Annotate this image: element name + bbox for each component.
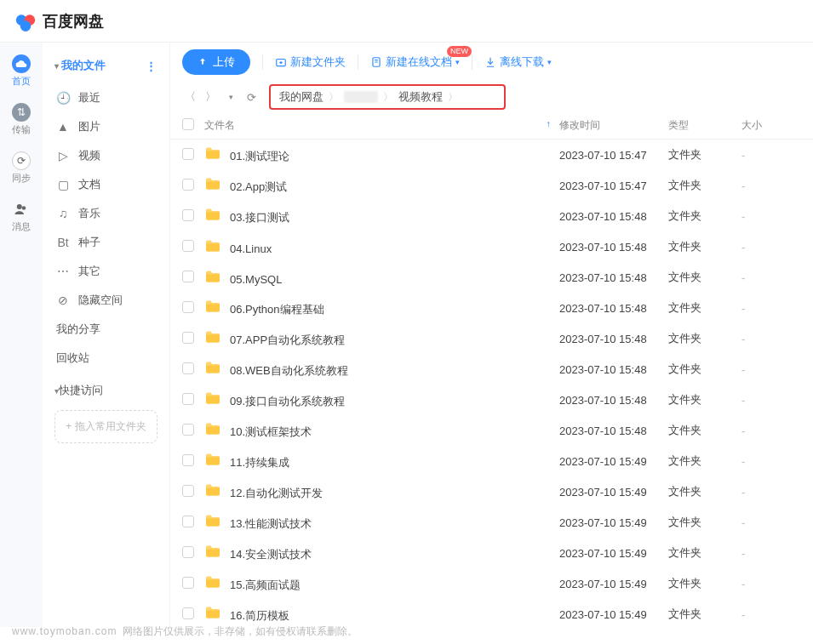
breadcrumb-redacted[interactable]	[344, 91, 378, 103]
table-row[interactable]: 16.简历模板2023-07-10 15:49文件夹-	[170, 599, 813, 627]
sidebar-item[interactable]: ▢文档	[48, 170, 164, 199]
file-size-cell: -	[741, 394, 801, 407]
more-icon[interactable]: ⋮	[146, 60, 157, 72]
folder-icon	[204, 575, 221, 589]
navrail-home[interactable]: 首页	[12, 54, 31, 88]
new-online-doc-button[interactable]: 新建在线文档 ▾ NEW	[370, 54, 460, 70]
sidebar-quick-access-header[interactable]: ▾ 快捷访问	[48, 373, 164, 403]
file-name-cell[interactable]: 09.接口自动化系统教程	[204, 391, 559, 409]
file-size-cell: -	[741, 210, 801, 223]
col-header-type[interactable]: 类型	[668, 118, 741, 133]
file-name-cell[interactable]: 08.WEB自动化系统教程	[204, 361, 559, 379]
file-name-cell[interactable]: 10.测试框架技术	[204, 422, 559, 440]
folder-icon	[204, 299, 221, 313]
folder-icon	[204, 453, 221, 466]
row-checkbox[interactable]	[182, 393, 194, 405]
file-name-cell[interactable]: 01.测试理论	[204, 146, 559, 164]
col-header-time[interactable]: 修改时间	[559, 118, 668, 133]
refresh-button[interactable]: ⟳	[243, 91, 259, 104]
file-name-cell[interactable]: 16.简历模板	[204, 606, 559, 624]
chevron-down-icon: ▾	[54, 61, 61, 71]
col-header-name[interactable]: 文件名↑	[204, 118, 559, 133]
row-checkbox[interactable]	[182, 209, 194, 221]
breadcrumb-root[interactable]: 我的网盘	[279, 89, 323, 105]
navrail-sync[interactable]: ⟳ 同步	[12, 151, 31, 185]
sidebar-item[interactable]: ▲图片	[48, 112, 164, 141]
new-folder-button[interactable]: 新建文件夹	[275, 54, 346, 70]
row-checkbox[interactable]	[182, 362, 194, 374]
sidebar-item-label: 视频	[78, 148, 100, 163]
row-checkbox[interactable]	[182, 607, 194, 619]
chevron-down-icon[interactable]: ▾	[223, 93, 238, 101]
sidebar-item[interactable]: ⊘隐藏空间	[48, 286, 164, 315]
table-row[interactable]: 09.接口自动化系统教程2023-07-10 15:48文件夹-	[170, 385, 813, 415]
file-name-cell[interactable]: 07.APP自动化系统教程	[204, 330, 559, 348]
table-row[interactable]: 01.测试理论2023-07-10 15:47文件夹-	[170, 140, 813, 170]
download-icon	[484, 56, 496, 68]
table-row[interactable]: 12.自动化测试开发2023-07-10 15:49文件夹-	[170, 476, 813, 507]
table-row[interactable]: 05.MySQL2023-07-10 15:48文件夹-	[170, 262, 813, 293]
table-row[interactable]: 03.接口测试2023-07-10 15:48文件夹-	[170, 201, 813, 231]
app-header: 百度网盘	[0, 0, 813, 43]
sidebar-item[interactable]: Bt种子	[48, 228, 164, 257]
row-checkbox[interactable]	[182, 148, 194, 160]
table-row[interactable]: 15.高频面试题2023-07-10 15:49文件夹-	[170, 568, 813, 599]
drag-folder-hint[interactable]: + 拖入常用文件夹	[54, 410, 157, 443]
table-row[interactable]: 02.App测试2023-07-10 15:47文件夹-	[170, 170, 813, 201]
table-row[interactable]: 10.测试框架技术2023-07-10 15:48文件夹-	[170, 415, 813, 446]
nav-back-button[interactable]: 〈	[182, 89, 198, 105]
nav-forward-button[interactable]: 〉	[203, 89, 218, 105]
file-name-cell[interactable]: 03.接口测试	[204, 208, 559, 225]
folder-icon	[204, 391, 221, 405]
table-row[interactable]: 14.安全测试技术2023-07-10 15:49文件夹-	[170, 538, 813, 568]
select-all-checkbox[interactable]	[182, 118, 194, 130]
file-time-cell: 2023-07-10 15:49	[559, 608, 668, 621]
app-logo[interactable]: 百度网盘	[14, 9, 104, 33]
sidebar-item[interactable]: ⋯其它	[48, 257, 164, 286]
row-checkbox[interactable]	[182, 301, 194, 313]
file-name-cell[interactable]: 12.自动化测试开发	[204, 483, 559, 501]
sidebar-item[interactable]: 🕘最近	[48, 83, 164, 112]
row-checkbox[interactable]	[182, 240, 194, 252]
row-checkbox[interactable]	[182, 485, 194, 497]
col-header-size[interactable]: 大小	[741, 118, 801, 133]
table-row[interactable]: 08.WEB自动化系统教程2023-07-10 15:48文件夹-	[170, 354, 813, 385]
table-row[interactable]: 04.Linux2023-07-10 15:48文件夹-	[170, 231, 813, 262]
sidebar-my-files-header[interactable]: ▾ 我的文件 ⋮	[48, 54, 164, 77]
file-name-cell[interactable]: 13.性能测试技术	[204, 514, 559, 532]
offline-download-button[interactable]: 离线下载 ▾	[484, 54, 552, 70]
upload-button[interactable]: 上传	[182, 49, 250, 75]
table-row[interactable]: 07.APP自动化系统教程2023-07-10 15:48文件夹-	[170, 323, 813, 354]
file-name-cell[interactable]: 15.高频面试题	[204, 575, 559, 593]
file-name-cell[interactable]: 14.安全测试技术	[204, 544, 559, 562]
navrail-message[interactable]: 消息	[12, 200, 31, 233]
sidebar-item-icon: ⊘	[56, 294, 70, 307]
file-name-cell[interactable]: 06.Python编程基础	[204, 299, 559, 317]
sidebar-item[interactable]: ♫音乐	[48, 199, 164, 228]
row-checkbox[interactable]	[182, 179, 194, 191]
file-type-cell: 文件夹	[668, 208, 741, 224]
file-name-cell[interactable]: 04.Linux	[204, 239, 559, 255]
table-row[interactable]: 11.持续集成2023-07-10 15:49文件夹-	[170, 446, 813, 476]
row-checkbox[interactable]	[182, 424, 194, 436]
table-row[interactable]: 06.Python编程基础2023-07-10 15:48文件夹-	[170, 293, 813, 323]
navrail-transfer[interactable]: ⇅ 传输	[12, 103, 31, 136]
row-checkbox[interactable]	[182, 516, 194, 527]
file-time-cell: 2023-07-10 15:47	[559, 149, 668, 162]
file-name-cell[interactable]: 11.持续集成	[204, 453, 559, 470]
sidebar-recycle[interactable]: 回收站	[48, 344, 164, 373]
row-checkbox[interactable]	[182, 454, 194, 466]
file-size-cell: -	[741, 578, 801, 590]
row-checkbox[interactable]	[182, 332, 194, 344]
breadcrumb-current[interactable]: 视频教程	[398, 89, 443, 105]
chevron-down-icon: ▾	[455, 58, 460, 66]
file-name-cell[interactable]: 02.App测试	[204, 177, 559, 195]
table-row[interactable]: 13.性能测试技术2023-07-10 15:49文件夹-	[170, 507, 813, 538]
row-checkbox[interactable]	[182, 271, 194, 282]
sidebar-my-share[interactable]: 我的分享	[48, 315, 164, 344]
row-checkbox[interactable]	[182, 577, 194, 589]
sidebar-item[interactable]: ▷视频	[48, 141, 164, 170]
row-checkbox[interactable]	[182, 546, 194, 558]
chevron-right-icon: 〉	[443, 90, 463, 105]
file-name-cell[interactable]: 05.MySQL	[204, 270, 559, 286]
